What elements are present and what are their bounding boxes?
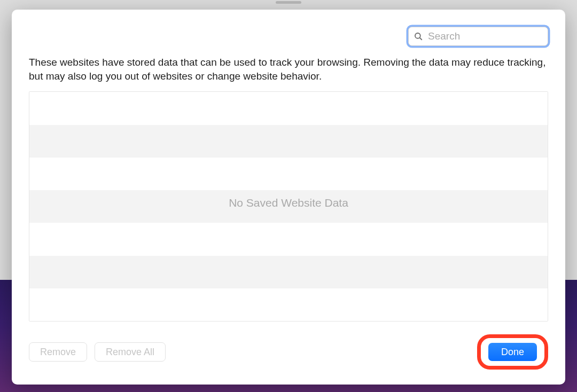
- remove-all-button[interactable]: Remove All: [95, 342, 166, 362]
- search-input[interactable]: [408, 27, 548, 46]
- list-row: [29, 158, 548, 190]
- list-row: [29, 223, 548, 255]
- website-data-list[interactable]: No Saved Website Data: [29, 91, 548, 322]
- list-row: [29, 288, 548, 321]
- website-data-modal: These websites have stored data that can…: [12, 10, 565, 385]
- button-group-left: Remove Remove All: [29, 342, 166, 362]
- remove-button[interactable]: Remove: [29, 342, 87, 362]
- list-row: [29, 125, 548, 158]
- done-button-highlight: Done: [477, 334, 548, 370]
- done-button[interactable]: Done: [488, 343, 537, 361]
- button-row: Remove Remove All Done: [29, 333, 548, 371]
- empty-list-message: No Saved Website Data: [229, 197, 348, 209]
- description-text: These websites have stored data that can…: [29, 56, 548, 83]
- search-wrapper: [408, 27, 548, 46]
- titlebar-handle: [276, 1, 301, 4]
- list-row: [29, 92, 548, 124]
- list-row: [29, 256, 548, 288]
- search-row: [29, 27, 548, 46]
